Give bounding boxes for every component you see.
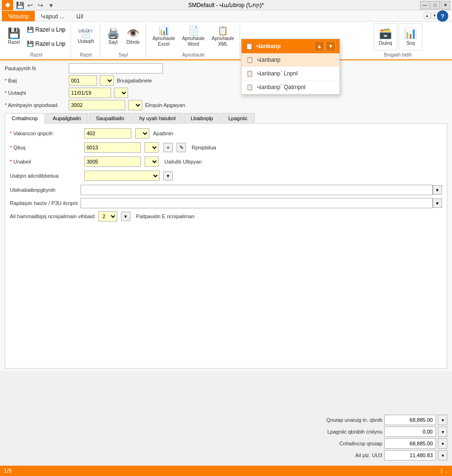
qa-redo[interactable]: ↪ [36, 0, 45, 10]
total-row-1: Qnuiap unaiuig in. qbnib 68,885.00 ▾ [5, 415, 447, 425]
qa-custom[interactable]: ▾ [46, 0, 56, 10]
ataypd-dropdown-btn[interactable]: ▾ [163, 171, 173, 181]
vd-item-1-icon: 📋 [246, 57, 253, 63]
amsakay-select[interactable]: ▾ [114, 88, 128, 98]
tab-glavnoe[interactable]: Գitaulnp [2, 11, 35, 21]
ribbon-group-export: 📊 ApnuhauleExcel 📄 ApnuhauleWord 📋 Apnuh… [147, 23, 240, 58]
qa-undo[interactable]: ↩ [25, 0, 35, 10]
vd-item-3-text: Վanbanp` Qatrnpnl [257, 84, 305, 90]
ribbon-group-save: 💾 Razel 💾 Razel u Lnp 💾 Razel u Lnp [2, 23, 71, 58]
baji-input[interactable] [69, 75, 97, 86]
tab-kapud[interactable]: Կapud ... [35, 11, 70, 21]
ribbon-nav-arrows: ▲ ▼ [423, 11, 439, 20]
vakancgorcih-select[interactable]: ▾ [135, 128, 149, 139]
gluq-extra: Rpnipbilua [192, 145, 216, 150]
diuinq-button[interactable]: 🗃️ Diuinq [374, 23, 397, 50]
maximize-button[interactable]: □ [430, 1, 440, 9]
total-dropdown-2[interactable]: ▾ [438, 427, 447, 437]
aylhamakarg-dropdown[interactable]: ▾ [121, 212, 130, 221]
tab-ail[interactable]: Աil [70, 11, 89, 21]
ataypd-row: Uiabpn ailcnilibbeiiua ▾ [10, 171, 442, 181]
aylhamakarg-select[interactable]: 2 [98, 211, 117, 222]
vakancorp-item-1[interactable]: 📋 Վanbanp [242, 53, 339, 67]
export-word-label: ApnuhauleWord [182, 36, 205, 47]
tab-saupailbailn[interactable]: Saupailbailn [89, 113, 131, 123]
export-xml-button[interactable]: 📋 ApnuhauleXML [209, 23, 237, 50]
window-controls: — □ ✕ [420, 1, 450, 9]
export-excel-button[interactable]: 📊 ApnuhauleExcel [150, 23, 178, 50]
baji-extra: Bnuigailaibnele [117, 78, 152, 83]
baji-select[interactable]: ▾ [100, 75, 114, 86]
status-separator: | [441, 468, 442, 474]
qa-save[interactable]: 💾 [15, 0, 24, 10]
save-and-close-button[interactable]: 💾 Razel u Lnp [24, 37, 68, 50]
vakancgorcih-input[interactable] [84, 128, 131, 139]
preview-label: Dihnle [127, 40, 140, 45]
anabel-input[interactable] [84, 156, 141, 167]
tab-hy-uyah[interactable]: hy uyah haiubnl [132, 113, 183, 123]
vd-scroll-down[interactable]: ▼ [325, 41, 336, 51]
printtype-buttons: 🗃️ Diuinq 📊 Snq [374, 23, 422, 50]
draft-buttons: 📄 DRAFT Uutaqih [75, 23, 97, 50]
draft-badge: DRAFT [79, 29, 93, 33]
gluq-select[interactable]: ▾ [145, 142, 159, 153]
print-button[interactable]: 🖨️ Sayl [104, 23, 122, 50]
nav-up[interactable]: ▲ [424, 12, 430, 19]
meknabanopctyun-btn[interactable]: ▾ [433, 185, 442, 195]
tab-aupailgbailn[interactable]: Aupailgbailn [46, 113, 88, 123]
ataypd-select[interactable] [84, 171, 160, 181]
anabel-select[interactable]: ▾ [145, 156, 159, 167]
amsakay-input[interactable] [69, 88, 111, 98]
total-dropdown-3[interactable]: ▾ [438, 438, 447, 449]
draft-label: Uutaqih [78, 39, 94, 44]
total-value-1: 68,885.00 [384, 415, 436, 425]
help-button[interactable]: ? [437, 10, 448, 22]
title-bar-left: ❖ 💾 ↩ ↪ ▾ [2, 0, 56, 10]
total-label-4: Ail plz. UU3 [288, 452, 382, 458]
harkayin-btn[interactable]: ▾ [433, 198, 442, 208]
minimize-button[interactable]: — [420, 1, 429, 9]
meknabanopctyun-input[interactable] [81, 185, 433, 195]
snq-button[interactable]: 📊 Snq [399, 23, 422, 50]
save-new-inner: 💾 Razel u Lnp [27, 26, 65, 33]
vd-item-2-text: Վanbanp` Lnpnl [257, 70, 298, 77]
vakancorp-item-2[interactable]: 📋 Վanbanp` Lnpnl [242, 67, 339, 81]
vakancorp-dropdown: 📋 Վanbanp ▲ ▼ 📋 Վanbanp 📋 Վanbanp` Lnpnl… [241, 39, 340, 95]
aylhamakarg-row: Ail hammailbipq ncnipailmain vihbaid 2 ▾… [10, 211, 442, 222]
vakancorp-item-3[interactable]: 📋 Վanbanp` Qatrnpnl [242, 81, 339, 94]
total-dropdown-1[interactable]: ▾ [438, 415, 447, 425]
vakancorp-header-title: Վanbanp [256, 43, 281, 49]
save-buttons: 💾 Razel 💾 Razel u Lnp 💾 Razel u Lnp [5, 23, 68, 50]
total-row-4: Ail plz. UU3 11,480.83 ▾ [5, 450, 447, 460]
almtrayin-input[interactable] [69, 100, 125, 110]
gluq-input[interactable] [84, 142, 141, 153]
pastutyun-input[interactable] [69, 63, 163, 74]
tab-lpagniic[interactable]: Lpagniic [221, 113, 255, 123]
atamogir-button[interactable]: 📄 DRAFT Uutaqih [75, 23, 97, 50]
snq-label: Snq [406, 41, 415, 46]
gluq-edit-btn[interactable]: ✎ [177, 143, 186, 152]
vd-scroll-up[interactable]: ▲ [314, 41, 324, 51]
tab-cnhailncp[interactable]: Cnhailncnp [5, 113, 45, 123]
harkayin-input[interactable] [81, 198, 433, 208]
diuinq-label: Diuinq [379, 41, 392, 46]
preview-button[interactable]: 👁️ Dihnle [124, 23, 143, 50]
vd-header-left: 📋 Վanbanp [245, 42, 281, 50]
save-button[interactable]: 💾 Razel [5, 23, 23, 50]
ribbon-group-print: 🖨️ Sayl 👁️ Dihnle Sayl [101, 23, 146, 58]
save-and-new-button[interactable]: 💾 Razel u Lnp [24, 23, 68, 36]
total-label-2: Lpagniic qbnibih cnilynu [288, 429, 382, 435]
aylhamakarg-label: Ail hammailbipq ncnipailmain vihbaid [10, 213, 95, 219]
gluq-add-btn[interactable]: + [163, 143, 173, 152]
total-label-3: Cnhailncnp qnuiap [288, 441, 382, 446]
meknabanopctyun-label: Ubilnabaibnpgbynih [10, 187, 81, 193]
close-button[interactable]: ✕ [441, 1, 450, 9]
export-word-button[interactable]: 📄 ApnuhauleWord [179, 23, 208, 50]
save-new-icon: 💾 [27, 26, 34, 33]
tab-lbaibnplp[interactable]: Lbaibnplp [184, 113, 220, 123]
draft-icon: 📄 DRAFT [81, 29, 91, 38]
title-bar: ❖ 💾 ↩ ↪ ▾ SMDefault - Վանbrop (Նոր)* — □… [0, 0, 452, 10]
total-dropdown-4[interactable]: ▾ [438, 450, 447, 460]
total-value-4: 11,480.83 [384, 450, 436, 460]
almtrayin-select[interactable]: ▾ [128, 100, 142, 110]
